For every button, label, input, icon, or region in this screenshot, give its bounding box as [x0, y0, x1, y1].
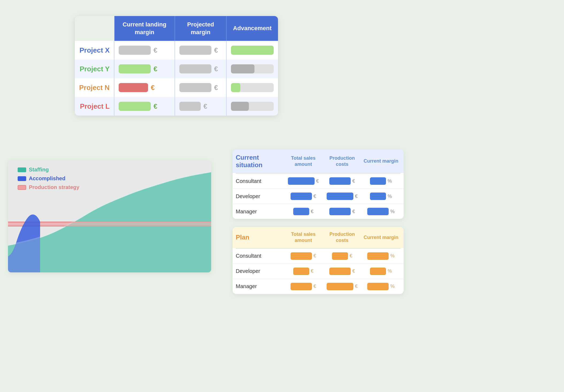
bar: [179, 64, 211, 73]
strategy-swatch: [18, 185, 26, 190]
unit: €: [350, 253, 352, 259]
bar: [329, 208, 351, 215]
cs-manager-margin: %: [362, 208, 400, 215]
euro-icon: €: [214, 46, 218, 54]
cs-consultant-costs: €: [323, 177, 361, 185]
plan-consultant-label: Consultant: [236, 253, 284, 259]
bar: [119, 46, 151, 55]
plan-consultant-sales: €: [284, 252, 323, 260]
plan-developer-margin: %: [362, 268, 400, 275]
table-row: Consultant € € %: [233, 174, 404, 189]
plan-developer-sales: €: [284, 268, 323, 275]
bar: [370, 177, 386, 185]
bar: [291, 283, 312, 290]
bar: [329, 177, 351, 185]
project-n-advancement: [227, 78, 278, 97]
unit: %: [390, 253, 395, 259]
unit: %: [390, 209, 395, 214]
plan-header: Plan Total sales amount Production costs…: [233, 227, 404, 248]
unit: %: [388, 178, 392, 184]
legend-accomplished: Accomplished: [18, 175, 79, 182]
staffing-label: Staffing: [29, 167, 49, 173]
plan-col3-label: Current margin: [362, 234, 400, 241]
unit: €: [314, 284, 316, 289]
plan-developer-costs: €: [323, 268, 361, 275]
advancement-bar: [231, 83, 274, 92]
legend-staffing: Staffing: [18, 167, 79, 173]
cs-manager-label: Manager: [236, 209, 284, 215]
legend-production-strategy: Production strategy: [18, 184, 79, 190]
table-row: Consultant € € %: [233, 249, 404, 264]
plan-manager-sales: €: [284, 283, 323, 290]
current-situation-title: Current situation: [236, 154, 284, 169]
project-n-label: Project N: [75, 78, 114, 97]
plan-col1-label: Total sales amount: [284, 231, 323, 244]
euro-icon: €: [203, 102, 207, 111]
cs-developer-costs: €: [323, 193, 361, 200]
top-table-section: Current landing margin Projected margin …: [75, 16, 278, 116]
unit: €: [352, 209, 355, 214]
bar: [179, 102, 201, 111]
bar: [119, 64, 151, 73]
unit: €: [352, 178, 355, 184]
table-row: Project Y € €: [75, 60, 278, 78]
project-l-projected: €: [175, 97, 227, 116]
bar: [293, 268, 309, 275]
bar: [119, 83, 148, 92]
bar: [293, 208, 309, 215]
bar: [367, 208, 389, 215]
bar: [329, 268, 351, 275]
unit: €: [352, 268, 355, 274]
bar: [327, 193, 353, 200]
project-l-label: Project L: [75, 97, 114, 116]
cs-developer-sales: €: [284, 193, 323, 200]
table-row: Developer € € %: [233, 264, 404, 279]
unit: €: [314, 253, 316, 259]
bar: [327, 283, 353, 290]
table-row: Developer € € %: [233, 189, 404, 204]
bar: [119, 102, 151, 111]
cs-col3-label: Current margin: [362, 158, 400, 164]
unit: %: [388, 268, 392, 274]
bar: [179, 46, 211, 55]
table-row: Manager € € %: [233, 204, 404, 219]
adv-fill: [231, 64, 254, 73]
unit: €: [314, 194, 316, 199]
bar: [370, 193, 386, 200]
project-x-projected: €: [175, 41, 227, 60]
euro-icon: €: [214, 65, 218, 73]
unit: €: [311, 209, 314, 214]
area-chart-section: Staffing Accomplished Production strateg…: [8, 160, 211, 272]
cs-manager-sales: €: [284, 208, 323, 215]
current-situation-header: Current situation Total sales amount Pro…: [233, 150, 404, 173]
accomplished-swatch: [18, 176, 26, 181]
euro-icon: €: [151, 84, 154, 92]
project-x-current: €: [114, 41, 175, 60]
unit: %: [388, 194, 392, 199]
cs-consultant-label: Consultant: [236, 178, 284, 184]
current-situation-table: Current situation Total sales amount Pro…: [233, 150, 404, 219]
plan-manager-label: Manager: [236, 283, 284, 289]
project-y-advancement: [227, 60, 278, 78]
bar: [291, 193, 312, 200]
bar: [179, 83, 211, 92]
bar: [332, 252, 348, 260]
bar: [291, 252, 312, 260]
adv-fill: [231, 46, 274, 55]
project-x-advancement: [227, 41, 278, 60]
project-y-label: Project Y: [75, 60, 114, 78]
plan-consultant-costs: €: [323, 252, 361, 260]
advancement-bar: [231, 46, 274, 55]
table-row: Project X € €: [75, 41, 278, 60]
plan-col2-label: Production costs: [323, 231, 361, 244]
right-tables-section: Current situation Total sales amount Pro…: [233, 150, 404, 294]
euro-icon: €: [153, 46, 157, 54]
table-row: Manager € € %: [233, 279, 404, 294]
project-y-projected: €: [175, 60, 227, 78]
header-advancement: Advancement: [227, 16, 278, 41]
advancement-bar: [231, 64, 274, 73]
table-row: Project L € €: [75, 97, 278, 116]
adv-fill: [231, 83, 240, 92]
plan-manager-margin: %: [362, 283, 400, 290]
project-margin-table: Current landing margin Projected margin …: [75, 16, 278, 116]
